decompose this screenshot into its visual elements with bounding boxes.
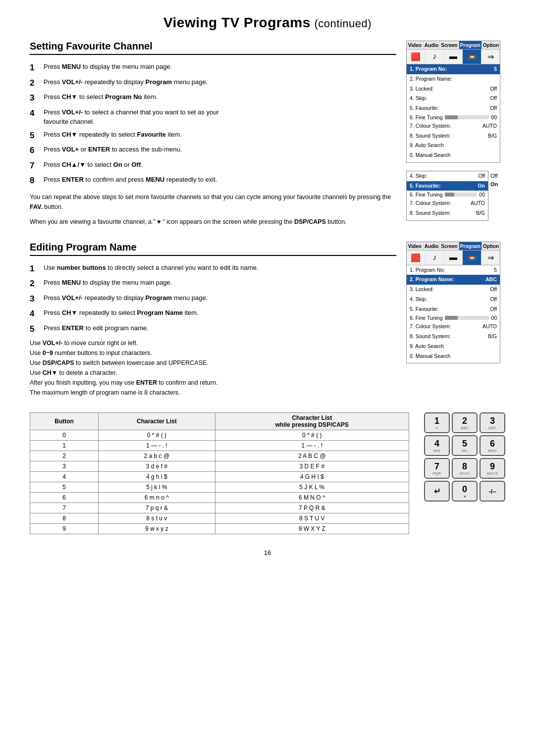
col-charlist: Character List: [99, 413, 215, 430]
menu3-row-locked: 3. Locked:Off: [407, 285, 500, 295]
icon-screen-3: ▬: [444, 251, 463, 265]
menu2-row-fine: 6. Fine Tuning 00: [407, 191, 488, 199]
note-fav-1: You can repeat the above steps to set mo…: [30, 192, 396, 212]
menu3-row-auto: 9. Auto Search: [407, 342, 500, 352]
section-edit-program: Editing Program Name 1 Use number button…: [30, 242, 505, 398]
key-9: 9 WXYZ: [480, 458, 505, 479]
tv-menu-1: Video Audio Screen Program Option 🟥 ♪ ▬ …: [406, 41, 500, 163]
instructions-col-2: Editing Program Name 1 Use number button…: [30, 242, 396, 398]
menu1-row-locked: 3. Locked:Off: [407, 84, 500, 94]
char-row-0: 00 * # ( )0 * # ( ): [30, 430, 409, 441]
step-8: 8 Press ENTER to confirm and press MENU …: [30, 175, 396, 187]
diagram-col-1: Video Audio Screen Program Option 🟥 ♪ ▬ …: [406, 41, 505, 227]
tab-program-1: Program: [459, 41, 482, 49]
char-row-7: 77 p q r &7 P Q R &: [30, 503, 409, 513]
menu3-row-manual: 0. Manual Search: [407, 352, 500, 361]
step-3: 3 Press CH▼ to select Program No item.: [30, 92, 396, 104]
key-7: 7 PQR: [424, 458, 450, 479]
icon-option-1: ⇒: [482, 50, 500, 64]
step-2: 2 Press VOL+/- repeatedly to display Pro…: [30, 77, 396, 90]
on-label: On: [490, 180, 498, 189]
key-5: 5 JKL: [452, 435, 478, 456]
char-row-6: 66 m n o ^6 M N O ^: [30, 493, 409, 503]
keypad: 1 ↵ 2 ABC 3 DEF 4 GHI 5 JKL 6 MNO 7 PQR …: [424, 412, 505, 524]
off-on-labels: Off On: [490, 171, 498, 189]
step-4: 4 Press VOL+/- to select a channel that …: [30, 107, 396, 127]
section2-header: Editing Program Name: [30, 242, 396, 256]
steps-list-2: 1 Use number buttons to directly select …: [30, 263, 396, 336]
menu1-row-sound: 8. Sound System:B/G: [407, 131, 500, 141]
tab-video-3: Video: [407, 242, 424, 250]
edit-step-5: 5 Press ENTER to edit program name.: [30, 323, 396, 336]
key-4: 4 GHI: [424, 435, 450, 456]
tab-audio-1: Audio: [424, 41, 440, 49]
table-header: Button Character List Character Listwhil…: [30, 413, 409, 430]
menu3-row-name: 2. Program Name:ABC: [407, 275, 500, 285]
menu1-row-program-no: 1. Program No:5: [407, 64, 500, 74]
tv-menu-tabs-1: Video Audio Screen Program Option: [407, 41, 500, 50]
menu2-row-sound: 8. Sound System:B/G: [407, 208, 488, 218]
menu3-row-fine: 6. Fine Tuning 00: [407, 314, 500, 322]
char-table-body: 00 * # ( )0 * # ( ) 11 — - . !1 — - . ! …: [30, 430, 409, 534]
sub-notes: Use VOL+/- to move cursor right or left.…: [30, 338, 396, 398]
menu1-row-colour: 7. Colour System:AUTO: [407, 121, 500, 131]
tv-menu-2: 4. Skip:Off 5. Favourite:On 6. Fine Tuni…: [406, 171, 488, 221]
menu1-row-fine: 6. Fine Tuning 00: [407, 113, 500, 121]
step-6: 6 Press VOL+ or ENTER to access the sub-…: [30, 145, 396, 157]
key-1: 1 ↵: [424, 412, 450, 433]
tv-tab-icons-3: 🟥 ♪ ▬ 📼 ⇒: [407, 251, 500, 265]
tab-screen-3: Screen: [440, 242, 459, 250]
steps-list-1: 1 Press MENU to display the menu main pa…: [30, 62, 396, 187]
key-0: 0 ★: [452, 481, 478, 502]
char-row-2: 22 a b c @2 A B C @: [30, 451, 409, 461]
menu2-row-favourite: 5. Favourite:On: [407, 181, 488, 191]
menu1-row-favourite: 5. Favourite:Off: [407, 103, 500, 113]
section1-header: Setting Favourite Channel: [30, 41, 396, 55]
edit-step-4: 4 Press CH▼ repeatedly to select Program…: [30, 308, 396, 320]
menu1-row-skip: 4. Skip:Off: [407, 94, 500, 103]
tv-menu-tabs-3: Video Audio Screen Program Option: [407, 242, 500, 251]
menu3-row-sound: 8. Sound System:B/G: [407, 332, 500, 342]
tab-screen-1: Screen: [440, 41, 459, 49]
step-7: 7 Press CH▲/▼ to select On or Off.: [30, 160, 396, 172]
icon-option-3: ⇒: [482, 251, 500, 265]
char-row-8: 88 s t u v8 S T U V: [30, 513, 409, 524]
icon-program-1: 📼: [463, 50, 482, 64]
icon-audio-1: ♪: [426, 50, 444, 64]
menu1-row-manual: 0. Manual Search: [407, 151, 500, 160]
char-row-5: 55 j k l %5 J K L %: [30, 482, 409, 493]
note-fav-2: When you are viewing a favourite channel…: [30, 217, 396, 227]
menu2-row-skip: 4. Skip:Off: [407, 171, 488, 181]
icon-video-3: 🟥: [407, 251, 426, 265]
menu2-with-labels: 4. Skip:Off 5. Favourite:On 6. Fine Tuni…: [406, 171, 505, 221]
menu3-row-program-no: 1. Program No:5: [407, 265, 500, 275]
tab-program-3: Program: [459, 242, 482, 250]
key-dash: -/–: [480, 481, 505, 502]
step-5: 5 Press CH▼ repeatedly to select Favouri…: [30, 130, 396, 142]
tab-video-1: Video: [407, 41, 424, 49]
icon-program-3: 📼: [463, 251, 482, 265]
tv-menu-3: Video Audio Screen Program Option 🟥 ♪ ▬ …: [406, 242, 500, 364]
tab-option-1: Option: [482, 41, 500, 49]
tv-tab-icons-1: 🟥 ♪ ▬ 📼 ⇒: [407, 50, 500, 64]
key-2: 2 ABC: [452, 412, 478, 433]
page-number: 16: [30, 549, 505, 556]
key-3: 3 DEF: [480, 412, 505, 433]
icon-video-1: 🟥: [407, 50, 426, 64]
edit-step-1: 1 Use number buttons to directly select …: [30, 263, 396, 275]
menu3-row-skip: 4. Skip:Off: [407, 295, 500, 304]
menu2-row-colour: 7. Colour System:AUTO: [407, 199, 488, 208]
menu3-row-colour: 7. Colour System:AUTO: [407, 322, 500, 332]
icon-screen-1: ▬: [444, 50, 463, 64]
instructions-col: Setting Favourite Channel 1 Press MENU t…: [30, 41, 396, 227]
icon-audio-3: ♪: [426, 251, 444, 265]
section-favourite-channel: Setting Favourite Channel 1 Press MENU t…: [30, 41, 505, 227]
char-section: Button Character List Character Listwhil…: [30, 412, 505, 534]
char-row-4: 44 g h i $4 G H I $: [30, 472, 409, 482]
col-button: Button: [30, 413, 99, 430]
char-row-3: 33 d e f #3 D E F #: [30, 461, 409, 472]
page-title: Viewing TV Programs (continued): [30, 15, 505, 31]
menu1-row-name: 2. Program Name:: [407, 74, 500, 84]
menu1-row-auto: 9. Auto Search: [407, 141, 500, 151]
character-table: Button Character List Character Listwhil…: [30, 412, 409, 534]
